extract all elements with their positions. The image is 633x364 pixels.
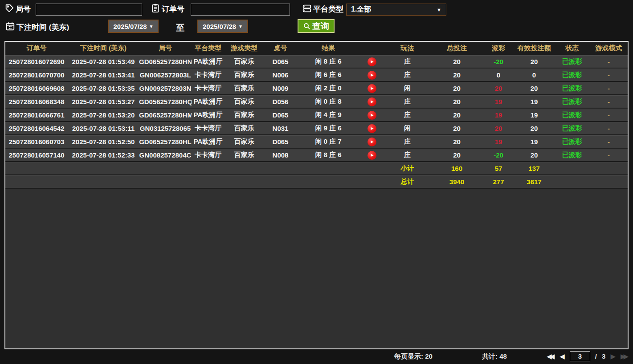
bet-time-cell: 2025-07-28 01:52:50 <box>68 138 139 146</box>
payout-cell: 0 <box>483 71 514 79</box>
game-mode-cell: - <box>590 58 628 65</box>
game-type-cell: 百家乐 <box>225 111 264 119</box>
chevron-down-icon: ▼ <box>238 24 243 29</box>
total-count-label: 共计: 48 <box>482 352 507 361</box>
filter-bar: 局号 订单号 平台类型 1.全部 ▼ <box>0 0 633 38</box>
play-video-button[interactable]: ▶ <box>368 57 376 66</box>
play-icon: ▶ <box>371 113 373 117</box>
date-range-to-label: 至 <box>176 22 184 34</box>
valid-bet-cell: 19 <box>514 138 554 146</box>
payout-cell: 19 <box>483 111 514 119</box>
bet-time-cell: 2025-07-28 01:53:41 <box>68 71 139 79</box>
current-page-input[interactable] <box>570 351 590 361</box>
table-number-cell: D065 <box>264 111 297 119</box>
play-video-button[interactable]: ▶ <box>368 124 376 133</box>
play-video-button[interactable]: ▶ <box>368 151 376 160</box>
round-number-cell: GD056257280HQ <box>139 98 192 105</box>
last-page-button[interactable]: ▶▶ <box>621 352 629 360</box>
table-number-cell: D065 <box>264 138 297 146</box>
status-cell: 已派彩 <box>554 97 590 106</box>
table-number-cell: D065 <box>264 58 297 65</box>
table-number-cell: N008 <box>264 151 297 159</box>
valid-bet-cell: 0 <box>514 71 554 79</box>
col-header-valid-bet: 有效投注额 <box>514 44 554 53</box>
order-number-input[interactable] <box>191 4 290 16</box>
play-video-button[interactable]: ▶ <box>368 111 376 120</box>
subtotal-label: 小计 <box>384 164 431 173</box>
bet-time-cell: 2025-07-28 01:53:35 <box>68 85 139 92</box>
play-icon: ▶ <box>371 154 373 157</box>
total-bet-cell: 20 <box>431 125 483 132</box>
bet-time-label: 下注时间 (美东) <box>16 22 69 32</box>
total-bet-cell: 20 <box>431 111 483 119</box>
first-page-button[interactable]: ◀◀ <box>547 352 555 360</box>
play-video-button[interactable]: ▶ <box>368 84 376 93</box>
order-number-cell: 250728016069608 <box>5 85 68 92</box>
game-mode-cell: - <box>590 98 628 105</box>
search-icon <box>303 22 311 30</box>
valid-bet-cell: 20 <box>514 58 554 65</box>
play-video-button[interactable]: ▶ <box>368 71 376 80</box>
play-video-button[interactable]: ▶ <box>368 97 376 106</box>
payout-cell: 19 <box>483 138 514 146</box>
status-cell: 已派彩 <box>554 124 590 133</box>
platform-cell: 卡卡湾厅 <box>192 71 225 79</box>
game-type-cell: 百家乐 <box>225 84 264 93</box>
valid-bet-cell: 19 <box>514 98 554 105</box>
game-mode-cell: - <box>590 85 628 92</box>
video-cell: ▶ <box>359 123 384 133</box>
col-header-game-mode: 游戏模式 <box>590 44 628 53</box>
round-number-cell: GN03125728065 <box>139 125 192 132</box>
total-bet-cell: 20 <box>431 151 483 159</box>
platform-type-select[interactable]: 1.全部 ▼ <box>346 4 446 16</box>
result-cell: 闲 6 庄 6 <box>297 71 359 79</box>
date-from-picker[interactable]: 2025/07/28 ▼ <box>108 20 159 33</box>
game-mode-cell: - <box>590 71 628 79</box>
table-number-cell: N009 <box>264 85 297 92</box>
col-header-bet-time: 下注时间 (美东) <box>68 44 139 53</box>
col-header-result: 结果 <box>297 44 359 53</box>
play-type-cell: 庄 <box>384 138 431 146</box>
round-number-input[interactable] <box>36 4 142 16</box>
query-button[interactable]: 查询 <box>298 19 335 33</box>
result-cell: 闲 0 庄 7 <box>297 138 359 146</box>
play-icon: ▶ <box>371 127 373 130</box>
calendar-icon <box>5 21 15 31</box>
round-number-cell: GD065257280HN <box>139 58 192 65</box>
round-number-cell: GD065257280HL <box>139 138 192 146</box>
valid-bet-cell: 19 <box>514 111 554 119</box>
previous-page-button[interactable]: ◀ <box>559 352 565 360</box>
pager: ◀◀ ◀ / 3 ▶ ▶▶ <box>547 351 629 361</box>
play-icon: ▶ <box>371 140 373 144</box>
payout-cell: 20 <box>483 125 514 132</box>
subtotal-total-bet: 160 <box>431 165 483 172</box>
table-row: 250728016060703 2025-07-28 01:52:50 GD06… <box>5 134 628 148</box>
status-cell: 已派彩 <box>554 138 590 146</box>
play-video-button[interactable]: ▶ <box>368 138 376 146</box>
video-cell: ▶ <box>359 97 384 106</box>
order-number-label: 订单号 <box>162 4 184 14</box>
game-mode-cell: - <box>590 151 628 159</box>
video-cell: ▶ <box>359 70 384 80</box>
platform-type-label: 平台类型 <box>313 4 343 14</box>
video-cell: ▶ <box>359 110 384 120</box>
subtotal-payout: 57 <box>483 165 514 172</box>
order-number-cell: 250728016068348 <box>5 98 68 105</box>
date-from-value: 2025/07/28 <box>114 23 147 30</box>
platform-cell: PA欧洲厅 <box>192 138 225 146</box>
platform-cell: PA欧洲厅 <box>192 57 225 66</box>
table-row: 250728016068348 2025-07-28 01:53:27 GD05… <box>5 94 628 108</box>
next-page-button[interactable]: ▶ <box>610 352 616 360</box>
status-cell: 已派彩 <box>554 111 590 119</box>
grand-total-label: 总计 <box>384 178 431 186</box>
bet-time-cell: 2025-07-28 01:53:49 <box>68 58 139 65</box>
play-type-cell: 闲 <box>384 124 431 133</box>
game-type-cell: 百家乐 <box>225 71 264 79</box>
total-bet-cell: 20 <box>431 85 483 92</box>
grand-total-payout: 277 <box>483 178 514 186</box>
date-to-picker[interactable]: 2025/07/28 ▼ <box>197 20 248 33</box>
per-page-label: 每页显示: 20 <box>394 352 433 361</box>
table-number-cell: N031 <box>264 125 297 132</box>
round-number-cell: GN0082572804C <box>139 151 192 159</box>
result-cell: 闲 8 庄 6 <box>297 151 359 159</box>
